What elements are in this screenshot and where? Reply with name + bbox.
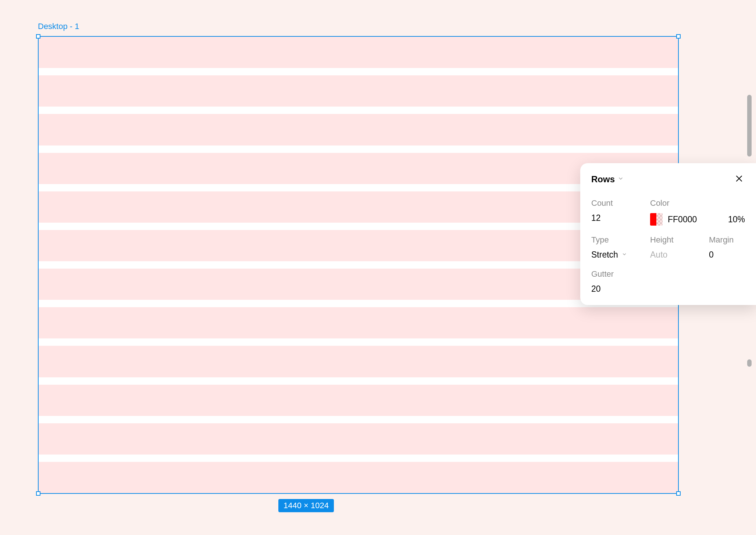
color-swatch[interactable]	[650, 213, 663, 226]
selection-handle-br[interactable]	[676, 491, 681, 496]
color-opacity-input[interactable]: 10%	[728, 215, 745, 225]
grid-row	[39, 114, 678, 145]
grid-row	[39, 462, 678, 493]
type-select[interactable]: Stretch	[591, 250, 650, 260]
panel-title-dropdown[interactable]: Rows	[591, 174, 624, 184]
height-input: Auto	[650, 250, 709, 260]
color-hex-input[interactable]: FF0000	[668, 215, 723, 225]
close-icon	[735, 175, 743, 184]
color-label: Color	[650, 198, 745, 208]
grid-row	[39, 385, 678, 416]
selection-handle-tr[interactable]	[676, 34, 681, 39]
type-label: Type	[591, 235, 650, 245]
gutter-label: Gutter	[591, 269, 745, 279]
grid-gutter	[39, 338, 678, 346]
dimensions-badge: 1440 × 1024	[278, 499, 334, 512]
grid-gutter	[39, 455, 678, 462]
grid-gutter	[39, 377, 678, 385]
grid-gutter	[39, 146, 678, 153]
selection-handle-tl[interactable]	[36, 34, 40, 39]
grid-gutter	[39, 107, 678, 114]
count-input[interactable]: 12	[591, 213, 650, 226]
panel-header: Rows	[580, 163, 756, 194]
count-label: Count	[591, 198, 650, 208]
grid-row	[39, 75, 678, 107]
panel-title: Rows	[591, 174, 615, 184]
scrollbar-thumb-secondary[interactable]	[747, 359, 752, 367]
scrollbar-thumb[interactable]	[747, 95, 752, 157]
color-swatch-solid	[650, 213, 656, 226]
gutter-input[interactable]: 20	[591, 284, 745, 294]
chevron-down-icon	[622, 252, 627, 258]
type-value: Stretch	[591, 250, 618, 260]
selection-handle-bl[interactable]	[36, 491, 40, 496]
canvas-area[interactable]: Desktop - 1	[0, 0, 756, 535]
grid-row	[39, 423, 678, 455]
close-button[interactable]	[733, 173, 745, 185]
height-label: Height	[650, 235, 709, 245]
margin-input[interactable]: 0	[709, 250, 745, 260]
grid-gutter	[39, 416, 678, 423]
frame-label[interactable]: Desktop - 1	[38, 22, 79, 31]
margin-label: Margin	[709, 235, 745, 245]
chevron-down-icon	[618, 176, 624, 183]
layout-grid-panel: Rows Count Color	[580, 163, 756, 305]
grid-gutter	[39, 68, 678, 75]
grid-row	[39, 307, 678, 338]
panel-body: Count Color 12 FF0000 10% Type Height Ma…	[580, 194, 756, 305]
grid-row	[39, 346, 678, 377]
color-swatch-alpha	[656, 213, 663, 226]
grid-row	[39, 37, 678, 68]
